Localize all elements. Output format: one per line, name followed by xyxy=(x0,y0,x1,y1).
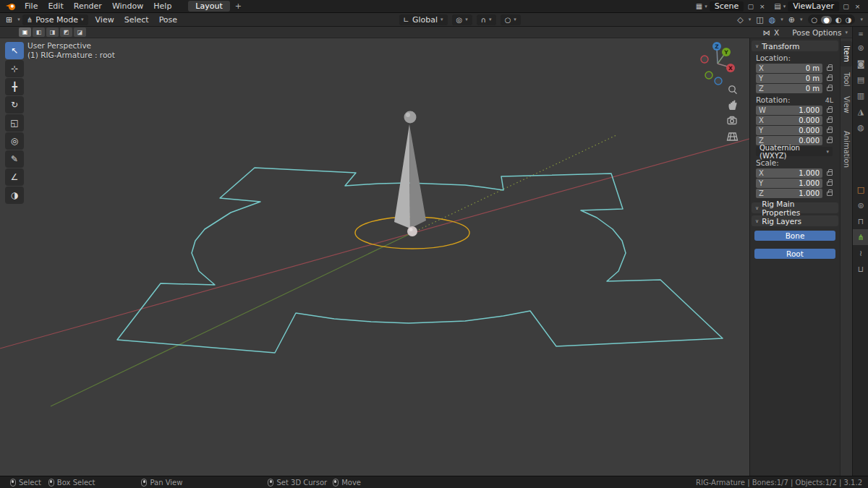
tool-annotate[interactable]: ✎ xyxy=(5,150,24,168)
location-z-field[interactable]: Z 0 m xyxy=(756,84,822,93)
remove-view-layer-button[interactable]: × xyxy=(853,3,862,10)
shading-solid-icon[interactable]: ● xyxy=(821,16,832,24)
camera-view-icon[interactable] xyxy=(728,117,736,124)
view-gizmo[interactable]: Z Y X xyxy=(701,42,735,85)
pose-options-dropdown[interactable]: Pose Options xyxy=(792,28,841,37)
pan-hand-icon[interactable] xyxy=(728,100,736,111)
lock-icon[interactable] xyxy=(827,77,833,81)
perspective-grid-icon[interactable] xyxy=(728,133,738,140)
object-data-tab-icon[interactable]: ⋔ xyxy=(857,233,864,242)
gizmos-toggle-icon[interactable]: ⊕ xyxy=(788,15,795,25)
tool-scale[interactable]: ◱ xyxy=(5,114,24,132)
tool-rotate[interactable]: ↻ xyxy=(5,96,24,114)
tool-measure[interactable]: ∠ xyxy=(5,168,24,186)
transform-orientation-selector[interactable]: ∟ Global ▾ xyxy=(399,14,448,25)
gizmo-minus-z-ball[interactable] xyxy=(715,77,722,85)
lock-icon[interactable] xyxy=(827,192,833,196)
rotation-w-field[interactable]: W 1.000 xyxy=(756,106,822,115)
tab-view[interactable]: View xyxy=(841,92,852,118)
editor-type-icon[interactable]: ⊞ xyxy=(0,15,17,25)
mode-selector[interactable]: ⋔ Pose Mode ▾ xyxy=(22,14,88,25)
lock-icon[interactable] xyxy=(827,129,833,133)
gizmo-minus-x-ball[interactable] xyxy=(701,56,708,63)
lock-icon[interactable] xyxy=(827,119,833,123)
lock-icon[interactable] xyxy=(827,139,833,143)
output-tab-icon[interactable]: ▤ xyxy=(857,75,864,85)
shading-rendered-icon[interactable]: ◑ xyxy=(846,16,852,24)
tab-tool[interactable]: Tool xyxy=(841,68,852,90)
object-tab-icon[interactable]: □ xyxy=(857,185,864,194)
add-workspace-button[interactable]: + xyxy=(230,1,247,11)
rotation-mode-dropdown[interactable]: Quaternion (WXYZ) ▾ xyxy=(756,147,833,156)
rotation-y-field[interactable]: Y 0.000 xyxy=(756,126,822,135)
rotation-x-field[interactable]: X 0.000 xyxy=(756,116,822,125)
proportional-edit-selector[interactable]: ○ ▾ xyxy=(501,14,521,25)
location-x-field[interactable]: X 0 m xyxy=(756,64,822,73)
remove-scene-button[interactable]: × xyxy=(757,3,767,10)
mirror-x-toggle[interactable]: X xyxy=(774,28,779,37)
rig-layer-root-button[interactable]: Root xyxy=(754,249,835,259)
tool-pose-breakdowner[interactable]: ◑ xyxy=(5,187,24,204)
shading-material-icon[interactable]: ◐ xyxy=(835,16,842,24)
tool-move[interactable]: ╋ xyxy=(5,78,24,95)
bone-tab-icon[interactable]: ≀ xyxy=(859,249,862,258)
rig-layer-bone-button[interactable]: Bone xyxy=(754,231,835,241)
overlays-toggle-icon[interactable]: ◍ xyxy=(769,15,776,25)
pivot-point-selector[interactable]: ◎ ▾ xyxy=(452,14,472,25)
viewport-canvas[interactable]: Z Y X xyxy=(0,38,749,476)
render-tab-icon[interactable]: ◙ xyxy=(857,59,865,69)
select-mode-invert[interactable]: ◩ xyxy=(60,27,72,37)
new-view-layer-button[interactable]: ▢ xyxy=(841,3,851,10)
menu-window[interactable]: Window xyxy=(107,1,148,11)
lock-icon[interactable] xyxy=(827,87,833,91)
tool-cursor[interactable]: ⊹ xyxy=(5,60,24,77)
menu-file[interactable]: File xyxy=(20,1,43,11)
scene-tab-icon[interactable]: ◮ xyxy=(858,107,864,116)
scale-y-field[interactable]: Y 1.000 xyxy=(756,179,822,188)
bone-shape[interactable] xyxy=(394,111,426,237)
scale-x-field[interactable]: X 1.000 xyxy=(756,168,822,178)
view-layer-icon[interactable]: ▤ xyxy=(774,2,780,10)
select-mode-intersect[interactable]: ◪ xyxy=(74,27,86,37)
menu-help[interactable]: Help xyxy=(148,1,176,11)
lock-icon[interactable] xyxy=(827,181,833,186)
selectability-icon[interactable]: ◇ xyxy=(737,15,743,25)
gizmo-minus-y-ball[interactable] xyxy=(705,72,712,79)
workspace-tab-layout[interactable]: Layout xyxy=(188,1,229,12)
new-scene-button[interactable]: ▢ xyxy=(746,3,755,10)
bone-constraints-tab-icon[interactable]: ⊔ xyxy=(858,265,864,274)
properties-editor-icon[interactable]: ≡ xyxy=(853,28,868,40)
view-layer-tab-icon[interactable]: ▥ xyxy=(857,91,864,100)
tab-item[interactable]: Item xyxy=(841,41,852,67)
menu-pose[interactable]: Pose xyxy=(154,15,182,25)
world-tab-icon[interactable]: ◍ xyxy=(857,123,864,132)
rig-main-properties-panel-header[interactable]: ∨ Rig Main Properties xyxy=(752,202,838,213)
transform-panel-header[interactable]: ∨ Transform xyxy=(752,40,838,51)
menu-render[interactable]: Render xyxy=(69,1,107,11)
tool-tab-icon[interactable]: ⊛ xyxy=(857,43,864,53)
rig-layers-panel-header[interactable]: ∨ Rig Layers xyxy=(752,215,838,226)
xray-toggle-icon[interactable]: ◫ xyxy=(756,15,763,25)
physics-tab-icon[interactable]: ⊚ xyxy=(857,201,864,210)
location-y-field[interactable]: Y 0 m xyxy=(756,74,822,83)
tool-transform[interactable]: ◎ xyxy=(5,132,24,150)
lock-icon[interactable] xyxy=(827,108,833,113)
snap-selector[interactable]: ∩ ▾ xyxy=(477,14,496,25)
shading-wireframe-icon[interactable]: ○ xyxy=(812,16,818,24)
constraints-tab-icon[interactable]: ⊓ xyxy=(858,217,864,226)
menu-edit[interactable]: Edit xyxy=(43,1,68,11)
zoom-icon[interactable] xyxy=(729,86,737,94)
select-mode-new[interactable]: ▣ xyxy=(19,27,31,37)
tab-animation[interactable]: Animation xyxy=(841,127,852,172)
view-layer-selector[interactable]: ViewLayer xyxy=(788,1,839,12)
menu-view[interactable]: View xyxy=(90,15,119,25)
scene-icon[interactable]: ▦ xyxy=(696,2,702,10)
blender-logo-icon[interactable] xyxy=(5,2,17,11)
select-mode-subtract[interactable]: ◨ xyxy=(46,27,59,37)
scale-z-field[interactable]: Z 1.000 xyxy=(756,189,822,198)
lock-icon[interactable] xyxy=(827,171,833,176)
menu-select[interactable]: Select xyxy=(119,15,154,25)
lock-icon[interactable] xyxy=(827,67,833,71)
scene-selector[interactable]: Scene xyxy=(710,1,744,12)
tool-select-box[interactable]: ↖ xyxy=(5,42,24,59)
